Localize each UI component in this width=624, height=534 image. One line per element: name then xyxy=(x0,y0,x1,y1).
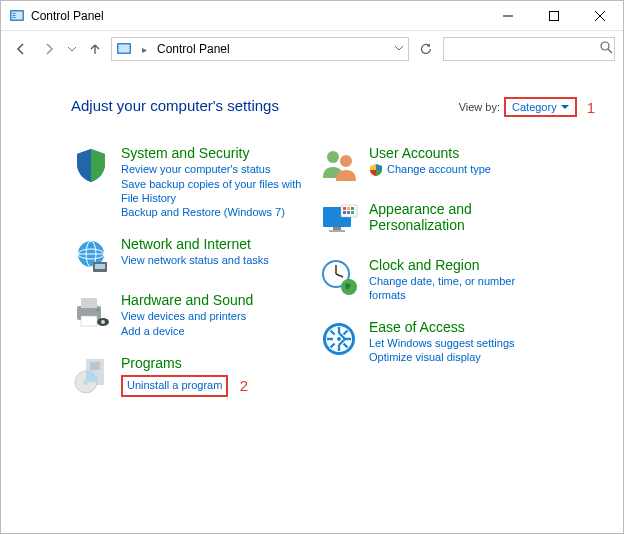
category-title[interactable]: Hardware and Sound xyxy=(121,292,305,308)
navbar: ▸ Control Panel xyxy=(1,31,623,67)
forward-button[interactable] xyxy=(37,37,61,61)
ease-of-access-icon xyxy=(319,319,359,359)
view-by-label: View by: xyxy=(459,101,500,113)
svg-rect-40 xyxy=(351,211,354,214)
globe-icon xyxy=(71,236,111,276)
people-icon xyxy=(319,145,359,185)
back-button[interactable] xyxy=(9,37,33,61)
up-button[interactable] xyxy=(83,37,107,61)
svg-rect-33 xyxy=(329,230,345,232)
svg-point-30 xyxy=(340,155,352,167)
category-ease-of-access: Ease of Access Let Windows suggest setti… xyxy=(319,319,553,366)
link-optimize-display[interactable]: Optimize visual display xyxy=(369,351,553,365)
address-bar[interactable]: ▸ Control Panel xyxy=(111,37,409,61)
category-appearance: Appearance and Personalization xyxy=(319,201,553,241)
close-button[interactable] xyxy=(577,1,623,31)
svg-rect-3 xyxy=(13,15,16,16)
svg-rect-21 xyxy=(81,316,97,326)
monitor-palette-icon xyxy=(319,201,359,241)
category-network: Network and Internet View network status… xyxy=(71,236,305,276)
svg-point-22 xyxy=(97,309,100,312)
control-panel-small-icon xyxy=(116,41,132,57)
search-icon xyxy=(600,41,613,57)
svg-line-12 xyxy=(608,49,612,53)
annotation-1: 1 xyxy=(587,99,595,116)
category-hardware: Hardware and Sound View devices and prin… xyxy=(71,292,305,339)
uac-shield-icon xyxy=(369,163,383,177)
link-review-status[interactable]: Review your computer's status xyxy=(121,163,305,177)
svg-rect-4 xyxy=(13,17,16,18)
shield-icon xyxy=(71,145,111,185)
view-by-value: Category xyxy=(512,101,557,113)
recent-dropdown[interactable] xyxy=(65,37,79,61)
category-title[interactable]: Network and Internet xyxy=(121,236,305,252)
link-file-history[interactable]: Save backup copies of your files with Fi… xyxy=(121,178,305,206)
svg-rect-2 xyxy=(13,13,16,14)
category-title[interactable]: Appearance and Personalization xyxy=(369,201,553,233)
breadcrumb[interactable]: Control Panel xyxy=(157,42,388,56)
link-uninstall-program[interactable]: Uninstall a program xyxy=(121,375,228,397)
svg-point-28 xyxy=(83,379,89,385)
link-network-status[interactable]: View network status and tasks xyxy=(121,254,305,268)
minimize-button[interactable] xyxy=(485,1,531,31)
svg-rect-26 xyxy=(90,362,100,370)
link-backup-restore[interactable]: Backup and Restore (Windows 7) xyxy=(121,206,305,220)
category-title[interactable]: Ease of Access xyxy=(369,319,553,335)
annotation-2: 2 xyxy=(240,377,248,394)
page-title: Adjust your computer's settings xyxy=(71,97,459,114)
category-clock: Clock and Region Change date, time, or n… xyxy=(319,257,553,303)
printer-icon xyxy=(71,292,111,332)
svg-rect-32 xyxy=(333,227,341,230)
svg-rect-18 xyxy=(95,264,105,269)
refresh-button[interactable] xyxy=(413,37,439,61)
chevron-right-icon: ▸ xyxy=(138,44,151,55)
svg-point-29 xyxy=(327,151,339,163)
category-title[interactable]: Programs xyxy=(121,355,305,371)
svg-rect-6 xyxy=(550,11,559,20)
svg-point-47 xyxy=(337,337,341,341)
search-box[interactable] xyxy=(443,37,615,61)
view-by-dropdown[interactable]: Category xyxy=(504,97,577,117)
link-suggest-settings[interactable]: Let Windows suggest settings xyxy=(369,337,553,351)
content-pane: Adjust your computer's settings View by:… xyxy=(1,67,623,407)
clock-globe-icon xyxy=(319,257,359,297)
chevron-down-icon xyxy=(561,103,569,111)
link-add-device[interactable]: Add a device xyxy=(121,325,305,339)
category-system-security: System and Security Review your computer… xyxy=(71,145,305,220)
maximize-button[interactable] xyxy=(531,1,577,31)
link-change-account-type[interactable]: Change account type xyxy=(369,163,553,177)
view-by-control: View by: Category 1 xyxy=(459,97,595,117)
control-panel-icon xyxy=(9,8,25,24)
svg-point-11 xyxy=(601,42,609,50)
disc-box-icon xyxy=(71,355,111,395)
svg-point-24 xyxy=(101,320,105,324)
link-change-date-time[interactable]: Change date, time, or number formats xyxy=(369,275,553,303)
address-dropdown-icon[interactable] xyxy=(394,42,404,56)
svg-rect-38 xyxy=(343,211,346,214)
svg-rect-10 xyxy=(119,45,130,53)
category-user-accounts: User Accounts Change account type xyxy=(319,145,553,185)
category-title[interactable]: Clock and Region xyxy=(369,257,553,273)
svg-rect-20 xyxy=(81,298,97,308)
category-title[interactable]: User Accounts xyxy=(369,145,553,161)
svg-rect-35 xyxy=(343,207,346,210)
window-title: Control Panel xyxy=(31,9,485,23)
svg-rect-37 xyxy=(351,207,354,210)
svg-rect-36 xyxy=(347,207,350,210)
search-input[interactable] xyxy=(450,42,600,56)
category-programs: Programs Uninstall a program 2 xyxy=(71,355,305,397)
svg-rect-39 xyxy=(347,211,350,214)
link-view-devices[interactable]: View devices and printers xyxy=(121,310,305,324)
category-title[interactable]: System and Security xyxy=(121,145,305,161)
titlebar: Control Panel xyxy=(1,1,623,31)
